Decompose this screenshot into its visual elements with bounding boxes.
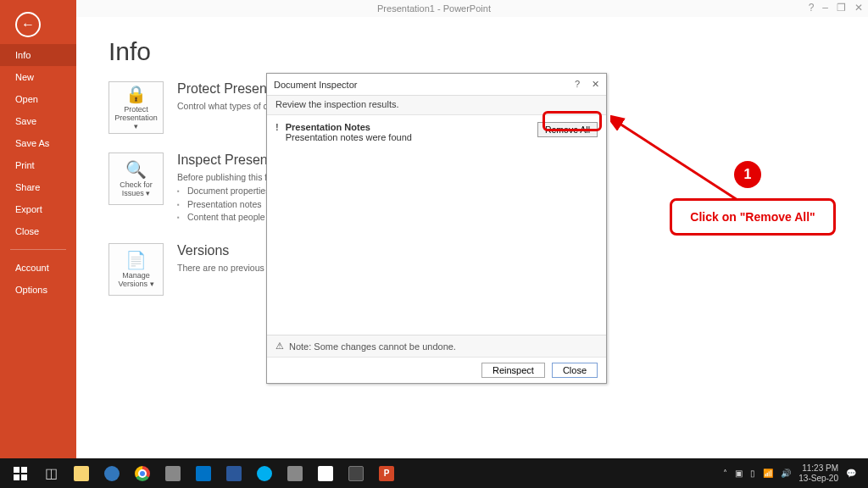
sidebar-item-account[interactable]: Account <box>0 257 76 279</box>
back-button[interactable]: ← <box>15 12 41 37</box>
sidebar-item-close[interactable]: Close <box>0 220 76 242</box>
system-tray: ˄ ▣ ▯ 📶 🔊 11:23 PM 13-Sep-20 💬 <box>723 463 863 483</box>
sidebar-item-print[interactable]: Print <box>0 154 76 176</box>
sidebar-item-new[interactable]: New <box>0 66 76 88</box>
svg-rect-3 <box>14 474 19 480</box>
clock-date: 13-Sep-20 <box>798 474 838 484</box>
sidebar-item-label: Open <box>15 94 38 104</box>
tile-label: Manage Versions ▾ <box>113 271 159 288</box>
warning-icon: ! <box>275 122 279 142</box>
close-icon[interactable]: ✕ <box>854 2 863 14</box>
close-button[interactable]: Close <box>552 363 598 378</box>
windows-taskbar: ◫ P ˄ ▣ ▯ 📶 🔊 11:23 PM 13-Sep-20 💬 <box>0 458 868 488</box>
sidebar-item-label: Save As <box>15 138 49 148</box>
step-number: 1 <box>744 167 752 182</box>
taskbar-app-chrome[interactable] <box>127 461 158 486</box>
window-controls: ? – ❐ ✕ <box>809 2 863 14</box>
sidebar-item-label: Close <box>15 226 39 236</box>
dialog-body: ! Presentation Notes Presentation notes … <box>267 115 606 335</box>
start-button[interactable] <box>5 461 36 486</box>
tile-label: Protect Presentation ▾ <box>113 105 159 130</box>
taskbar-app-word[interactable] <box>219 461 249 486</box>
dialog-note-text: Note: Some changes cannot be undone. <box>289 341 456 352</box>
task-view-icon[interactable]: ◫ <box>36 461 66 486</box>
tray-chevron-up-icon[interactable]: ˄ <box>723 469 727 478</box>
dialog-close-icon[interactable]: ✕ <box>592 79 599 90</box>
title-bar: Presentation1 - PowerPoint ? – ❐ ✕ <box>0 0 868 17</box>
taskbar-app-generic[interactable] <box>158 461 188 486</box>
tray-notifications-icon[interactable]: 💬 <box>846 469 856 478</box>
taskbar-app-powerpoint[interactable]: P <box>371 461 402 486</box>
taskbar-app-skype[interactable] <box>249 461 280 486</box>
instruction-text: Click on "Remove All" <box>690 210 815 224</box>
warning-triangle-icon: ⚠ <box>275 341 284 352</box>
svg-rect-4 <box>21 474 27 480</box>
reinspect-button[interactable]: Reinspect <box>481 363 545 378</box>
check-issues-tile[interactable]: 🔍 Check for Issues ▾ <box>108 152 164 205</box>
tray-volume-icon[interactable]: 🔊 <box>781 469 791 478</box>
dialog-help-icon[interactable]: ? <box>575 79 580 90</box>
sidebar-item-label: Account <box>15 263 49 273</box>
taskbar-app-generic2[interactable] <box>280 461 310 486</box>
sidebar-item-label: Print <box>15 160 35 170</box>
lock-icon: 🔒 <box>125 86 147 103</box>
tray-action-center-icon[interactable]: ▣ <box>735 469 743 478</box>
tray-wifi-icon[interactable]: 📶 <box>763 469 773 478</box>
svg-rect-1 <box>14 467 19 473</box>
tray-clock[interactable]: 11:23 PM 13-Sep-20 <box>798 463 838 483</box>
result-title: Presentation Notes <box>286 122 412 132</box>
sidebar-item-info[interactable]: Info <box>0 44 76 66</box>
help-icon[interactable]: ? <box>809 2 815 14</box>
sidebar-item-label: Save <box>15 116 36 126</box>
protect-presentation-tile[interactable]: 🔒 Protect Presentation ▾ <box>108 81 164 134</box>
sidebar-item-share[interactable]: Share <box>0 176 76 198</box>
window-title: Presentation1 - PowerPoint <box>377 3 491 14</box>
sidebar-item-save[interactable]: Save <box>0 110 76 132</box>
sidebar-item-open[interactable]: Open <box>0 88 76 110</box>
annotation-instruction: Click on "Remove All" <box>670 198 836 236</box>
arrow-left-icon: ← <box>21 17 35 32</box>
sidebar-item-label: Share <box>15 182 40 192</box>
minimize-icon[interactable]: – <box>822 2 828 14</box>
sidebar-nav: Info New Open Save Save As Print Share E… <box>0 44 76 301</box>
manage-versions-tile[interactable]: 📄 Manage Versions ▾ <box>108 243 164 296</box>
dialog-note: ⚠ Note: Some changes cannot be undone. <box>267 335 606 357</box>
backstage-sidebar: ← Info New Open Save Save As Print Share… <box>0 0 76 458</box>
page-title: Info <box>108 37 868 66</box>
sidebar-item-options[interactable]: Options <box>0 279 76 301</box>
annotation-highlight <box>542 111 602 131</box>
svg-rect-2 <box>21 467 27 473</box>
sidebar-item-export[interactable]: Export <box>0 198 76 220</box>
restore-icon[interactable]: ❐ <box>837 2 846 14</box>
versions-icon: 📄 <box>125 252 147 269</box>
annotation-step-number: 1 <box>734 161 761 188</box>
magnifier-check-icon: 🔍 <box>125 161 147 178</box>
sidebar-item-label: New <box>15 72 34 82</box>
dialog-title: Document Inspector <box>274 80 357 90</box>
result-desc: Presentation notes were found <box>286 132 412 142</box>
sidebar-item-label: Info <box>15 50 31 60</box>
sidebar-item-save-as[interactable]: Save As <box>0 132 76 154</box>
taskbar-app-explorer[interactable] <box>66 461 97 486</box>
sidebar-item-label: Export <box>15 204 42 214</box>
taskbar-app-gallery[interactable] <box>341 461 371 486</box>
tile-label: Check for Issues ▾ <box>113 180 159 197</box>
sidebar-separator <box>10 249 66 250</box>
dialog-titlebar: Document Inspector ? ✕ <box>267 74 606 96</box>
sidebar-item-label: Options <box>15 285 47 295</box>
taskbar-app-edge[interactable] <box>97 461 127 486</box>
taskbar-app-mail[interactable] <box>310 461 341 486</box>
taskbar-app-outlook[interactable] <box>188 461 219 486</box>
dialog-button-row: Reinspect Close <box>267 357 606 383</box>
tray-battery-icon[interactable]: ▯ <box>750 469 755 478</box>
clock-time: 11:23 PM <box>798 463 838 474</box>
